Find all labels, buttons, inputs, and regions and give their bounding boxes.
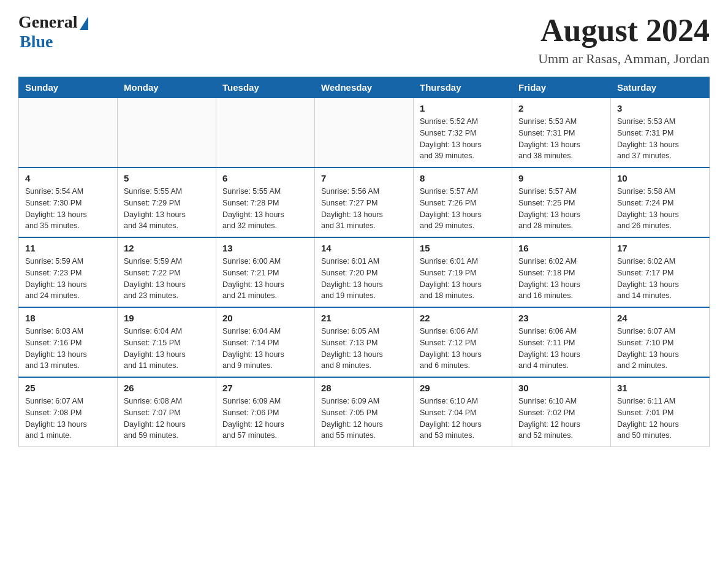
calendar-cell: 30Sunrise: 6:10 AM Sunset: 7:02 PM Dayli… [512, 377, 611, 447]
day-number: 18 [25, 313, 111, 323]
calendar-cell: 8Sunrise: 5:57 AM Sunset: 7:26 PM Daylig… [414, 167, 512, 237]
logo-blue-text: Blue [20, 32, 53, 52]
day-info: Sunrise: 5:54 AM Sunset: 7:30 PM Dayligh… [25, 186, 111, 232]
col-wednesday: Wednesday [315, 77, 414, 98]
day-number: 24 [617, 313, 703, 323]
calendar-cell: 2Sunrise: 5:53 AM Sunset: 7:31 PM Daylig… [512, 98, 611, 168]
day-info: Sunrise: 6:06 AM Sunset: 7:11 PM Dayligh… [518, 326, 604, 372]
calendar-cell: 15Sunrise: 6:01 AM Sunset: 7:19 PM Dayli… [414, 237, 512, 307]
calendar-cell [118, 98, 216, 168]
calendar-cell: 29Sunrise: 6:10 AM Sunset: 7:04 PM Dayli… [414, 377, 512, 447]
calendar-cell: 10Sunrise: 5:58 AM Sunset: 7:24 PM Dayli… [611, 167, 710, 237]
calendar-cell: 16Sunrise: 6:02 AM Sunset: 7:18 PM Dayli… [512, 237, 611, 307]
page-header: General Blue August 2024 Umm ar Rasas, A… [18, 12, 710, 67]
calendar-cell: 24Sunrise: 6:07 AM Sunset: 7:10 PM Dayli… [611, 307, 710, 377]
calendar-cell: 19Sunrise: 6:04 AM Sunset: 7:15 PM Dayli… [118, 307, 216, 377]
calendar-week-row-2: 4Sunrise: 5:54 AM Sunset: 7:30 PM Daylig… [19, 167, 710, 237]
day-number: 10 [617, 173, 703, 183]
col-thursday: Thursday [414, 77, 512, 98]
calendar-week-row-3: 11Sunrise: 5:59 AM Sunset: 7:23 PM Dayli… [19, 237, 710, 307]
day-number: 7 [321, 173, 407, 183]
month-title: August 2024 [538, 12, 710, 48]
calendar-cell: 11Sunrise: 5:59 AM Sunset: 7:23 PM Dayli… [19, 237, 118, 307]
day-info: Sunrise: 6:00 AM Sunset: 7:21 PM Dayligh… [222, 256, 308, 302]
day-info: Sunrise: 6:04 AM Sunset: 7:15 PM Dayligh… [124, 326, 210, 372]
calendar-cell: 31Sunrise: 6:11 AM Sunset: 7:01 PM Dayli… [611, 377, 710, 447]
calendar-cell: 4Sunrise: 5:54 AM Sunset: 7:30 PM Daylig… [19, 167, 118, 237]
day-info: Sunrise: 6:02 AM Sunset: 7:17 PM Dayligh… [617, 256, 703, 302]
day-info: Sunrise: 6:08 AM Sunset: 7:07 PM Dayligh… [124, 396, 210, 442]
day-number: 4 [25, 173, 111, 183]
calendar-cell: 7Sunrise: 5:56 AM Sunset: 7:27 PM Daylig… [315, 167, 414, 237]
day-info: Sunrise: 5:57 AM Sunset: 7:26 PM Dayligh… [420, 186, 506, 232]
day-info: Sunrise: 6:07 AM Sunset: 7:10 PM Dayligh… [617, 326, 703, 372]
col-friday: Friday [512, 77, 611, 98]
calendar-header-row: Sunday Monday Tuesday Wednesday Thursday… [19, 77, 710, 98]
day-number: 13 [222, 243, 308, 253]
day-number: 17 [617, 243, 703, 253]
day-info: Sunrise: 6:06 AM Sunset: 7:12 PM Dayligh… [420, 326, 506, 372]
col-sunday: Sunday [19, 77, 118, 98]
day-info: Sunrise: 5:59 AM Sunset: 7:22 PM Dayligh… [124, 256, 210, 302]
calendar-cell: 17Sunrise: 6:02 AM Sunset: 7:17 PM Dayli… [611, 237, 710, 307]
calendar-cell: 27Sunrise: 6:09 AM Sunset: 7:06 PM Dayli… [216, 377, 315, 447]
calendar-cell [216, 98, 315, 168]
calendar-cell: 25Sunrise: 6:07 AM Sunset: 7:08 PM Dayli… [19, 377, 118, 447]
day-info: Sunrise: 5:56 AM Sunset: 7:27 PM Dayligh… [321, 186, 407, 232]
title-section: August 2024 Umm ar Rasas, Amman, Jordan [538, 12, 710, 67]
day-number: 19 [124, 313, 210, 323]
day-number: 23 [518, 313, 604, 323]
day-number: 16 [518, 243, 604, 253]
location-subtitle: Umm ar Rasas, Amman, Jordan [538, 51, 710, 67]
day-number: 11 [25, 243, 111, 253]
day-number: 25 [25, 383, 111, 393]
col-tuesday: Tuesday [216, 77, 315, 98]
calendar-cell: 21Sunrise: 6:05 AM Sunset: 7:13 PM Dayli… [315, 307, 414, 377]
calendar-cell: 28Sunrise: 6:09 AM Sunset: 7:05 PM Dayli… [315, 377, 414, 447]
calendar-cell: 13Sunrise: 6:00 AM Sunset: 7:21 PM Dayli… [216, 237, 315, 307]
calendar-table: Sunday Monday Tuesday Wednesday Thursday… [18, 77, 710, 447]
calendar-cell: 3Sunrise: 5:53 AM Sunset: 7:31 PM Daylig… [611, 98, 710, 168]
logo: General Blue [18, 12, 88, 52]
day-number: 15 [420, 243, 506, 253]
day-number: 30 [518, 383, 604, 393]
day-info: Sunrise: 5:53 AM Sunset: 7:31 PM Dayligh… [518, 116, 604, 162]
calendar-cell: 22Sunrise: 6:06 AM Sunset: 7:12 PM Dayli… [414, 307, 512, 377]
logo-general-text: General [18, 12, 77, 32]
day-number: 14 [321, 243, 407, 253]
calendar-cell: 20Sunrise: 6:04 AM Sunset: 7:14 PM Dayli… [216, 307, 315, 377]
day-number: 22 [420, 313, 506, 323]
day-info: Sunrise: 5:55 AM Sunset: 7:29 PM Dayligh… [124, 186, 210, 232]
day-info: Sunrise: 6:04 AM Sunset: 7:14 PM Dayligh… [222, 326, 308, 372]
calendar-week-row-1: 1Sunrise: 5:52 AM Sunset: 7:32 PM Daylig… [19, 98, 710, 168]
day-info: Sunrise: 6:09 AM Sunset: 7:06 PM Dayligh… [222, 396, 308, 442]
day-number: 3 [617, 103, 703, 113]
day-info: Sunrise: 6:01 AM Sunset: 7:20 PM Dayligh… [321, 256, 407, 302]
day-info: Sunrise: 6:01 AM Sunset: 7:19 PM Dayligh… [420, 256, 506, 302]
calendar-cell: 9Sunrise: 5:57 AM Sunset: 7:25 PM Daylig… [512, 167, 611, 237]
day-info: Sunrise: 6:07 AM Sunset: 7:08 PM Dayligh… [25, 396, 111, 442]
calendar-cell [19, 98, 118, 168]
day-info: Sunrise: 6:10 AM Sunset: 7:02 PM Dayligh… [518, 396, 604, 442]
day-number: 12 [124, 243, 210, 253]
day-number: 9 [518, 173, 604, 183]
day-info: Sunrise: 6:11 AM Sunset: 7:01 PM Dayligh… [617, 396, 703, 442]
day-info: Sunrise: 6:05 AM Sunset: 7:13 PM Dayligh… [321, 326, 407, 372]
day-number: 20 [222, 313, 308, 323]
calendar-cell: 18Sunrise: 6:03 AM Sunset: 7:16 PM Dayli… [19, 307, 118, 377]
day-info: Sunrise: 5:53 AM Sunset: 7:31 PM Dayligh… [617, 116, 703, 162]
day-number: 31 [617, 383, 703, 393]
day-info: Sunrise: 6:09 AM Sunset: 7:05 PM Dayligh… [321, 396, 407, 442]
logo-triangle-icon [80, 17, 88, 30]
calendar-cell: 5Sunrise: 5:55 AM Sunset: 7:29 PM Daylig… [118, 167, 216, 237]
day-number: 21 [321, 313, 407, 323]
day-info: Sunrise: 6:10 AM Sunset: 7:04 PM Dayligh… [420, 396, 506, 442]
day-number: 6 [222, 173, 308, 183]
day-info: Sunrise: 5:57 AM Sunset: 7:25 PM Dayligh… [518, 186, 604, 232]
day-number: 27 [222, 383, 308, 393]
day-info: Sunrise: 5:59 AM Sunset: 7:23 PM Dayligh… [25, 256, 111, 302]
day-number: 5 [124, 173, 210, 183]
col-saturday: Saturday [611, 77, 710, 98]
day-info: Sunrise: 6:02 AM Sunset: 7:18 PM Dayligh… [518, 256, 604, 302]
day-info: Sunrise: 6:03 AM Sunset: 7:16 PM Dayligh… [25, 326, 111, 372]
